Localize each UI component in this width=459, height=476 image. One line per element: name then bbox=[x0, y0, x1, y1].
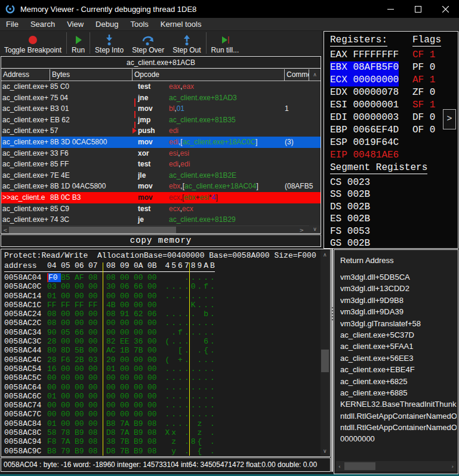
hex-row[interactable]: 0058AC1CFFFFFFFF4B000000 K... bbox=[4, 301, 320, 310]
hex-byte[interactable]: 00 bbox=[88, 383, 102, 392]
hex-byte[interactable]: 00 bbox=[147, 364, 161, 373]
hex-byte[interactable]: 00 bbox=[88, 319, 102, 327]
register-esp[interactable]: ESP 0019F64C bbox=[330, 137, 399, 149]
hex-row[interactable]: 0058AC94F87AB908387BB908 z .8{ . bbox=[4, 437, 320, 446]
hex-row[interactable]: 0058AC04F0B5AF0808000000 ..... bbox=[4, 273, 320, 282]
hex-byte[interactable]: 00 bbox=[147, 337, 161, 346]
close-button[interactable] bbox=[432, 0, 459, 18]
hex-byte[interactable]: D8 bbox=[106, 447, 120, 456]
hex-byte[interactable]: 01 bbox=[47, 292, 61, 301]
hex-byte[interactable]: 00 bbox=[120, 328, 134, 337]
hex-byte[interactable]: 03 bbox=[88, 356, 102, 364]
hex-byte[interactable]: 00 bbox=[134, 364, 147, 373]
hex-byte[interactable]: 00 bbox=[120, 301, 134, 310]
register-esi[interactable]: ESI 00000001 bbox=[330, 99, 399, 112]
hex-byte[interactable]: 00 bbox=[147, 401, 161, 410]
hex-byte[interactable]: 08 bbox=[147, 447, 161, 456]
hex-byte[interactable]: 00 bbox=[61, 401, 75, 410]
hex-byte[interactable]: 00 bbox=[88, 410, 102, 419]
hex-byte[interactable]: B9 bbox=[75, 428, 88, 437]
hex-row[interactable]: 0058AC44808D5B00AC1B7B00 [. .{. bbox=[4, 346, 320, 355]
hex-row[interactable]: 0058AC3C2800000082EE3600(... 6. bbox=[4, 337, 320, 346]
copy-memory-button[interactable]: copy memory bbox=[1, 234, 321, 247]
return-address-item[interactable]: ac_client.exe+6825 bbox=[340, 376, 457, 387]
return-address-item[interactable]: ntdll.RtlGetAppContainerNamedObje bbox=[340, 422, 457, 433]
hex-byte[interactable]: 00 bbox=[75, 401, 88, 410]
hex-row[interactable]: 0058AC4C28F62B0320000000( +. ... bbox=[4, 356, 320, 364]
hex-byte[interactable]: 00 bbox=[147, 292, 161, 301]
hex-byte[interactable]: 00 bbox=[61, 310, 75, 319]
hex-row[interactable]: 0058AC8401000000B87AB908.... z . bbox=[4, 419, 320, 428]
hex-byte[interactable]: 00 bbox=[134, 301, 147, 310]
hex-byte[interactable]: 00 bbox=[120, 292, 134, 301]
flag-zf[interactable]: ZF 0 bbox=[412, 86, 435, 99]
flag-pf[interactable]: PF 0 bbox=[412, 61, 435, 74]
hex-byte[interactable]: 7B bbox=[120, 447, 134, 456]
hex-byte[interactable]: AC bbox=[106, 346, 120, 355]
segment-es[interactable]: ES 002B bbox=[330, 213, 370, 225]
hex-byte[interactable]: 00 bbox=[134, 273, 147, 282]
hex-byte[interactable]: 00 bbox=[61, 373, 75, 382]
disasm-row[interactable]: ac_client.exe+85 C9testecx,ecx bbox=[1, 203, 321, 215]
hex-byte[interactable]: 06 bbox=[120, 282, 134, 291]
return-address-item[interactable]: vm3dgl.dll+9D9B8 bbox=[340, 295, 457, 306]
hex-byte[interactable]: 00 bbox=[75, 292, 88, 301]
hex-byte[interactable]: 08 bbox=[47, 310, 61, 319]
hex-byte[interactable]: 00 bbox=[61, 337, 75, 346]
scroll-left-arrow-icon[interactable]: < bbox=[3, 227, 8, 234]
hex-byte[interactable]: 00 bbox=[147, 282, 161, 291]
hex-byte[interactable]: 00 bbox=[61, 410, 75, 419]
scroll-right-arrow-icon[interactable]: > bbox=[299, 227, 304, 234]
flag-of[interactable]: OF 0 bbox=[412, 124, 435, 137]
hex-byte[interactable]: B8 bbox=[106, 419, 120, 428]
hex-byte[interactable]: 00 bbox=[61, 319, 75, 327]
hex-byte[interactable]: 00 bbox=[106, 328, 120, 337]
hex-byte[interactable]: 00 bbox=[134, 319, 147, 327]
hex-byte[interactable]: 00 bbox=[88, 328, 102, 337]
hex-byte[interactable]: 80 bbox=[47, 346, 61, 355]
return-address-item[interactable]: vm3dgl.dll+13CDD2 bbox=[340, 283, 457, 294]
segment-ss[interactable]: SS 002B bbox=[330, 188, 370, 200]
flag-sf[interactable]: SF 1 bbox=[412, 99, 435, 112]
scroll-down-arrow-icon[interactable]: ∨ bbox=[323, 447, 327, 455]
menu-tools[interactable]: Tools bbox=[124, 18, 154, 30]
hex-byte[interactable]: B9 bbox=[134, 428, 147, 437]
disasm-row[interactable]: ac_client.exe+8B 1D 04AC5800movebx,[ac_c… bbox=[1, 181, 321, 192]
disassembler-address-title[interactable]: ac_client.exe+81ACB bbox=[1, 57, 321, 69]
hex-byte[interactable]: 2B bbox=[75, 356, 88, 364]
hex-byte[interactable]: 16 bbox=[47, 364, 61, 373]
hex-row[interactable]: 0058AC240800000008916206..... b. bbox=[4, 310, 320, 319]
disasm-row[interactable]: ac_client.exe+85 FFtestedi,edi bbox=[1, 159, 321, 170]
disasm-row[interactable]: ac_client.exe+74 3Cjeac_client.exe+81B29 bbox=[1, 214, 321, 225]
disasm-row[interactable]: ac_client.exe+EB 62jmpac_client.exe+81B3… bbox=[1, 115, 321, 126]
hex-byte[interactable]: 00 bbox=[134, 392, 147, 401]
hex-byte[interactable]: 00 bbox=[88, 310, 102, 319]
disasm-row[interactable]: ac_client.exe+57pushedi bbox=[1, 125, 321, 137]
register-eip[interactable]: EIP 00481AE6 bbox=[330, 149, 399, 162]
hex-byte[interactable]: 00 bbox=[61, 282, 75, 291]
disasm-row[interactable]: ac_client.exe+B3 01movbl,011 bbox=[1, 103, 321, 115]
hex-byte[interactable]: D8 bbox=[106, 428, 120, 437]
hex-row[interactable]: 0058AC7C0000000000000000........ bbox=[4, 410, 320, 419]
hex-byte[interactable]: 01 bbox=[47, 392, 61, 401]
hex-byte[interactable]: 66 bbox=[75, 328, 88, 337]
hex-byte[interactable]: FF bbox=[88, 301, 102, 310]
hex-byte[interactable]: 00 bbox=[75, 373, 88, 382]
hex-byte[interactable]: 00 bbox=[47, 383, 61, 392]
hex-byte[interactable]: 82 bbox=[106, 337, 120, 346]
segment-gs[interactable]: GS 002B bbox=[330, 237, 370, 249]
hex-row[interactable]: 0058AC349005660000000000 .f..... bbox=[4, 328, 320, 337]
toggle-breakpoint-button[interactable]: Toggle Breakpoint bbox=[0, 31, 66, 55]
disasm-row[interactable]: ac_client.exe+75 04jneac_client.exe+81AD… bbox=[1, 92, 321, 104]
hex-byte[interactable]: 00 bbox=[147, 301, 161, 310]
disasm-row[interactable]: ac_client.exe+85 C0testeax,eax bbox=[1, 81, 321, 92]
hex-byte[interactable]: B9 bbox=[134, 419, 147, 428]
return-address-item[interactable]: ac_client.exe+56EE3 bbox=[340, 353, 457, 364]
register-ebx[interactable]: EBX 08AFB5F0 bbox=[330, 61, 399, 74]
hex-byte[interactable]: 20 bbox=[106, 356, 120, 364]
hex-byte[interactable]: 7B bbox=[134, 346, 147, 355]
hex-byte[interactable]: B5 bbox=[61, 273, 75, 282]
hex-byte[interactable]: 00 bbox=[147, 373, 161, 382]
hex-byte[interactable]: 00 bbox=[47, 410, 61, 419]
segment-cs[interactable]: CS 0023 bbox=[330, 177, 370, 188]
